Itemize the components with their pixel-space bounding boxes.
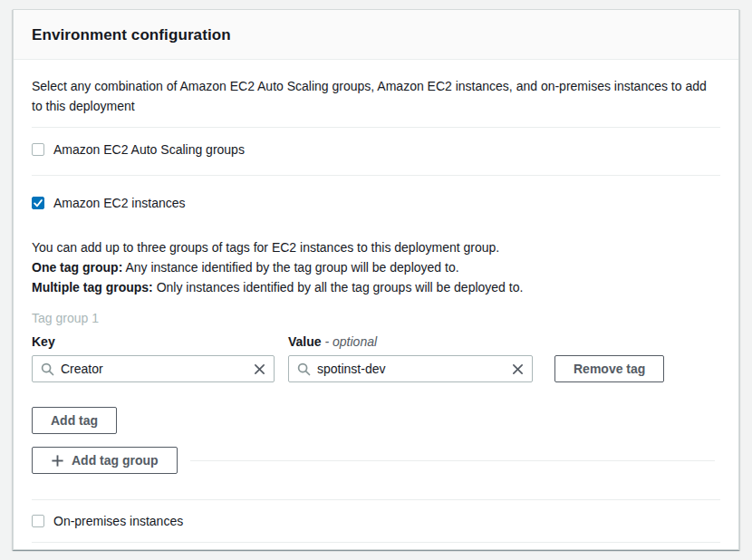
auto-scaling-groups-checkbox-label: Amazon EC2 Auto Scaling groups [53, 142, 245, 157]
tag-group-row: Key Value - optional [32, 334, 720, 382]
help-line-2-text: Any instance identified by the tag group… [122, 260, 458, 275]
tag-value-input[interactable] [317, 362, 506, 376]
tag-group-title: Tag group 1 [32, 311, 720, 325]
ec2-instances-checkbox[interactable] [32, 197, 44, 209]
section-divider [32, 175, 720, 176]
tag-key-input[interactable] [61, 362, 247, 376]
add-tag-group-button[interactable]: Add tag group [32, 447, 178, 474]
search-icon [297, 362, 311, 376]
checkmark-icon [33, 198, 43, 208]
help-line-1: You can add up to three groups of tags f… [32, 240, 499, 255]
value-label-text: Value [288, 334, 322, 349]
value-label-optional: - optional [324, 334, 377, 349]
plus-icon [51, 454, 64, 468]
checkbox-row-ec2-instances[interactable]: Amazon EC2 instances [32, 196, 720, 210]
ec2-instances-checkbox-label: Amazon EC2 instances [53, 196, 186, 210]
section-divider [32, 127, 720, 128]
section-divider [32, 542, 720, 543]
on-premises-checkbox-label: On-premises instances [53, 514, 183, 528]
panel-body: Select any combination of Amazon EC2 Aut… [14, 76, 738, 560]
key-field-label: Key [32, 334, 275, 349]
add-tag-group-row: Add tag group [32, 447, 720, 474]
checkbox-row-auto-scaling-groups[interactable]: Amazon EC2 Auto Scaling groups [32, 142, 720, 157]
environment-configuration-panel: Environment configuration Select any com… [13, 9, 739, 550]
add-tag-button[interactable]: Add tag [32, 407, 117, 434]
key-field-column: Key [32, 334, 275, 382]
clear-value-button[interactable] [512, 363, 524, 375]
page: Environment configuration Select any com… [0, 0, 752, 560]
help-line-3-term: Multiple tag groups: [32, 280, 153, 294]
tag-groups-help-text: You can add up to three groups of tags f… [32, 237, 720, 297]
on-premises-checkbox[interactable] [32, 515, 44, 527]
value-field-label: Value - optional [288, 334, 533, 349]
section-divider [32, 499, 720, 500]
help-line-3-text: Only instances identified by all the tag… [153, 280, 524, 294]
checkbox-row-on-premises[interactable]: On-premises instances [32, 514, 720, 528]
remove-tag-button[interactable]: Remove tag [554, 355, 664, 382]
key-search-field [32, 355, 275, 382]
value-search-field [288, 355, 533, 382]
clear-key-button[interactable] [254, 363, 265, 375]
add-tag-group-label: Add tag group [72, 453, 159, 468]
inline-divider [190, 460, 715, 461]
search-icon [41, 362, 54, 376]
panel-title: Environment configuration [32, 26, 720, 44]
value-field-column: Value - optional [288, 334, 533, 382]
help-line-2-term: One tag group: [32, 260, 122, 275]
auto-scaling-groups-checkbox[interactable] [32, 143, 44, 156]
panel-header: Environment configuration [14, 10, 738, 60]
panel-description: Select any combination of Amazon EC2 Aut… [32, 76, 718, 116]
